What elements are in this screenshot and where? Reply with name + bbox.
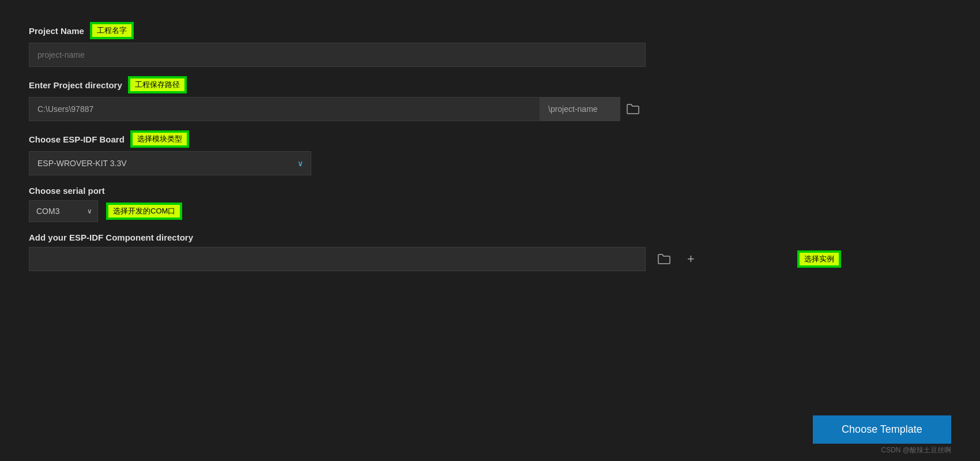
project-name-label: Project Name 工程名字 xyxy=(29,23,951,38)
add-component-button[interactable]: + xyxy=(683,249,699,269)
component-directory-input[interactable] xyxy=(29,247,646,271)
project-directory-input[interactable] xyxy=(29,97,540,121)
component-directory-label: Add your ESP-IDF Component directory xyxy=(29,233,951,242)
serial-annotation: 选择开发的COM口 xyxy=(107,204,181,219)
choose-serial-label: Choose serial port xyxy=(29,186,951,196)
project-directory-label: Enter Project directory 工程保存路径 xyxy=(29,77,951,92)
choose-example-annotation: 选择实例 xyxy=(798,252,840,267)
directory-suffix: \project-name xyxy=(540,97,620,121)
footer-text: CSDN @酸辣土豆丝啊 xyxy=(881,445,951,455)
component-folder-button[interactable] xyxy=(653,251,676,267)
project-directory-annotation: 工程保存路径 xyxy=(129,77,186,92)
choose-template-button[interactable]: Choose Template xyxy=(813,415,951,444)
board-select[interactable]: ESP-WROVER-KIT 3.3V ESP32-DevKitC ESP32-… xyxy=(29,151,311,175)
project-name-input[interactable] xyxy=(29,43,646,67)
choose-board-label: Choose ESP-IDF Board 选择模块类型 xyxy=(29,132,951,147)
project-name-annotation: 工程名字 xyxy=(91,23,133,38)
choose-board-annotation: 选择模块类型 xyxy=(131,132,188,147)
com-port-select[interactable]: COM3 COM1 COM2 COM4 xyxy=(29,200,98,222)
directory-folder-button[interactable] xyxy=(620,101,646,117)
